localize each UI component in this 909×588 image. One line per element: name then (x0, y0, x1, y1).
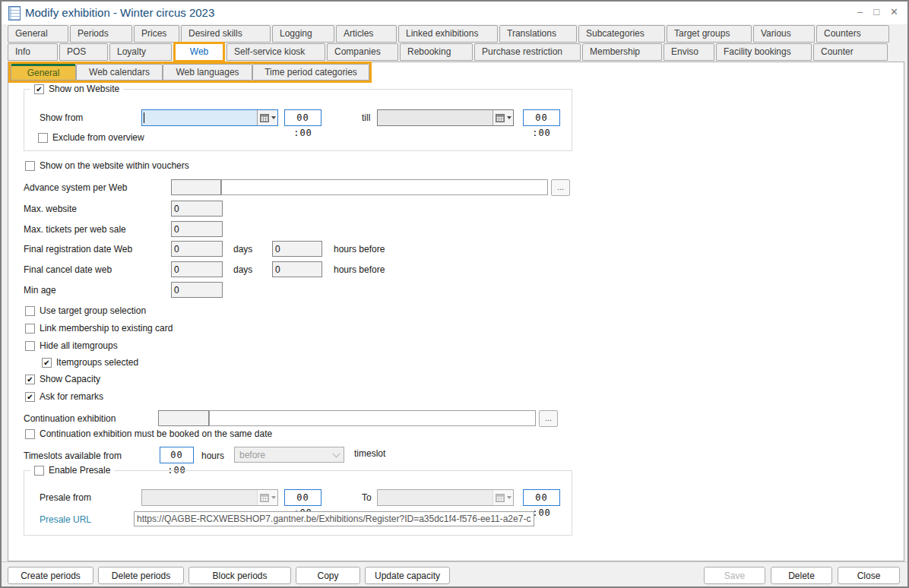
continuation-exhibition-name-input[interactable] (209, 410, 536, 426)
use-target-group-checkbox[interactable] (25, 306, 35, 316)
close-button[interactable]: Close (838, 567, 900, 584)
link-membership-checkbox[interactable] (25, 324, 35, 334)
continuation-same-date-label[interactable]: Continuation exhibition must be booked o… (40, 428, 272, 439)
ask-for-remarks-label[interactable]: Ask for remarks (40, 391, 103, 402)
till-date-input[interactable] (377, 109, 514, 126)
min-age-input[interactable] (171, 282, 223, 298)
presale-to-date-input[interactable] (377, 489, 514, 506)
use-target-group-label[interactable]: Use target group selection (40, 305, 146, 316)
final-cancel-days-input[interactable] (171, 261, 223, 277)
continuation-exhibition-label: Continuation exhibition (24, 413, 116, 424)
tab-translations[interactable]: Translations (499, 25, 577, 43)
calendar-icon (260, 114, 269, 122)
advance-system-name-input[interactable] (221, 179, 548, 195)
itemgroups-selected-label[interactable]: Itemgroups selected (56, 357, 138, 368)
tab-articles[interactable]: Articles (336, 25, 397, 43)
tab-info[interactable]: Info (8, 43, 58, 61)
tab-pos[interactable]: POS (59, 43, 108, 61)
final-registration-hours-input[interactable] (272, 241, 322, 257)
max-website-input[interactable] (171, 201, 223, 217)
final-registration-days-input[interactable] (171, 241, 223, 257)
show-within-vouchers-label[interactable]: Show on the website within vouchers (40, 160, 189, 171)
presale-from-date-field[interactable] (142, 490, 257, 505)
continuation-exhibition-code-input[interactable] (158, 410, 209, 426)
tab-counter[interactable]: Counter (813, 43, 888, 61)
show-on-website-label[interactable]: Show on Website (49, 84, 119, 94)
enable-presale-checkbox[interactable] (34, 466, 44, 476)
presale-from-calendar-button[interactable] (257, 490, 277, 505)
final-cancel-hours-input[interactable] (272, 261, 322, 277)
delete-periods-button[interactable]: Delete periods (98, 567, 184, 584)
tab-facility-bookings[interactable]: Facility bookings (716, 43, 812, 61)
update-capacity-button[interactable]: Update capacity (365, 567, 450, 584)
show-capacity-label[interactable]: Show Capacity (40, 374, 100, 384)
minimize-icon[interactable]: – (857, 5, 863, 19)
hide-all-itemgroups-checkbox[interactable] (25, 341, 35, 351)
show-from-calendar-button[interactable] (257, 110, 277, 125)
tab-enviso[interactable]: Enviso (664, 43, 714, 61)
ask-for-remarks-checkbox[interactable]: ✔ (25, 392, 35, 402)
show-from-date-field[interactable] (142, 110, 257, 125)
advance-system-code-input[interactable] (171, 179, 221, 195)
continuation-same-date-checkbox[interactable] (25, 429, 35, 439)
itemgroups-selected-checkbox[interactable]: ✔ (42, 358, 52, 368)
tab-general[interactable]: General (8, 25, 68, 43)
dropdown-arrow-icon (271, 496, 276, 499)
presale-to-calendar-button[interactable] (493, 490, 513, 505)
tab-web[interactable]: Web (173, 42, 225, 62)
presale-from-date-input[interactable] (141, 489, 278, 506)
tab-companies[interactable]: Companies (327, 43, 398, 61)
show-capacity-checkbox[interactable]: ✔ (25, 375, 35, 384)
tab-membership[interactable]: Membership (582, 43, 662, 61)
block-periods-button[interactable]: Block periods (188, 567, 291, 584)
presale-url-label[interactable]: Presale URL (40, 514, 91, 525)
save-button[interactable]: Save (704, 567, 765, 584)
tab-self-service-kiosk[interactable]: Self-service kiosk (226, 43, 325, 61)
till-time-input[interactable]: 00 :00 (523, 109, 560, 126)
link-membership-label[interactable]: Link membership to existing card (40, 323, 173, 334)
hide-all-itemgroups-label[interactable]: Hide all itemgroups (40, 340, 118, 351)
presale-from-time-input[interactable]: 00 :00 (284, 489, 321, 506)
tab-desired-skills[interactable]: Desired skills (181, 25, 271, 43)
presale-to-time-input[interactable]: 00 :00 (523, 489, 560, 506)
show-within-vouchers-row: Show on the website within vouchers (25, 160, 189, 171)
tab-prices[interactable]: Prices (134, 25, 179, 43)
tab-rebooking[interactable]: Rebooking (400, 43, 473, 61)
tab-purchase-restriction[interactable]: Purchase restriction (474, 43, 581, 61)
close-icon[interactable]: ✕ (890, 5, 898, 19)
tab-general[interactable]: General (11, 64, 76, 81)
final-registration-days-label: days (233, 244, 252, 254)
advance-system-browse-button[interactable]: ... (551, 179, 570, 196)
delete-button[interactable]: Delete (771, 567, 832, 584)
show-on-website-checkbox[interactable]: ✔ (34, 84, 44, 94)
show-from-time-input[interactable]: 00 :00 (284, 109, 321, 126)
tab-target-groups[interactable]: Target groups (667, 25, 752, 43)
presale-to-date-field[interactable] (378, 490, 493, 505)
tab-time-period-categories[interactable]: Time period categories (252, 64, 369, 81)
show-from-date-input[interactable] (141, 109, 278, 126)
tab-web-languages[interactable]: Web languages (163, 64, 252, 81)
tab-counters[interactable]: Counters (816, 25, 889, 43)
copy-button[interactable]: Copy (296, 567, 360, 584)
exclude-from-overview-label[interactable]: Exclude from overview (52, 132, 144, 143)
continuation-exhibition-browse-button[interactable]: ... (539, 410, 558, 427)
tab-various[interactable]: Various (753, 25, 815, 43)
show-within-vouchers-checkbox[interactable] (25, 161, 35, 171)
tab-web-calendars[interactable]: Web calendars (76, 64, 163, 81)
max-tickets-input[interactable] (171, 221, 223, 237)
maximize-icon[interactable]: □ (873, 5, 879, 19)
till-calendar-button[interactable] (493, 110, 513, 125)
tab-linked-exhibitions[interactable]: Linked exhibitions (398, 25, 498, 43)
presale-url-input[interactable] (134, 511, 534, 526)
till-date-field[interactable] (378, 110, 493, 125)
tab-logging[interactable]: Logging (272, 25, 334, 43)
timeslots-time-input[interactable]: 00 :00 (160, 447, 194, 463)
tab-periods[interactable]: Periods (70, 25, 132, 43)
exclude-from-overview-checkbox[interactable] (38, 133, 48, 143)
enable-presale-label[interactable]: Enable Presale (49, 465, 110, 476)
tab-row-web-subtabs: GeneralWeb calendarsWeb languagesTime pe… (8, 62, 372, 83)
create-periods-button[interactable]: Create periods (8, 567, 93, 584)
tab-loyalty[interactable]: Loyalty (109, 43, 172, 61)
tab-subcategories[interactable]: Subcategories (578, 25, 665, 43)
timeslots-before-dropdown[interactable]: before (234, 447, 344, 463)
